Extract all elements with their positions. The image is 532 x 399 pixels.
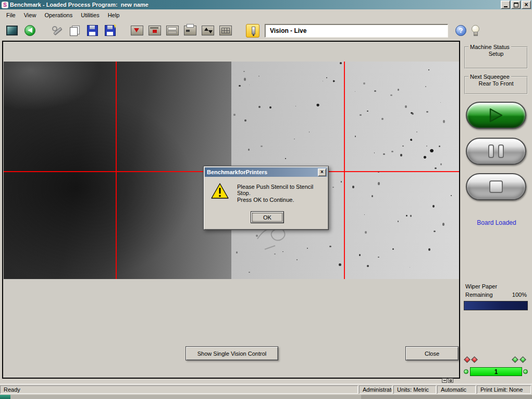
next-squeegee-legend: Next Squeegee [468,74,511,80]
wiper-progressbar [464,301,528,310]
stop-button[interactable] [466,173,526,200]
stencil-icon[interactable] [166,24,179,38]
wiper-remaining-row: Remaining 100% [465,292,527,298]
splitter-expand-icon[interactable] [448,378,453,383]
show-single-vision-button[interactable]: Show Single Vision Control [185,346,278,360]
vision-mode-display[interactable]: Vision - Live [265,24,448,38]
close-icon: × [524,2,528,8]
cycle-dot-left [464,369,468,374]
dialog-close-button[interactable]: × [318,168,326,176]
wiper-percent: 100% [512,292,527,298]
camera-view-left[interactable] [4,62,231,279]
crosshair-vertical-right [344,62,345,279]
dialog-message-line1: Please Push Stencil to Stencil Stop. [237,184,327,196]
restore-icon [514,3,518,7]
dialog-body: Please Push Stencil to Stencil Stop. Pre… [205,177,327,220]
dialog-message-line2: Press OK to Continue. [237,197,294,203]
maximize-button[interactable] [511,1,521,9]
taskbar-chip [0,395,10,399]
wiper-remaining-label: Remaining [465,292,493,298]
menu-item-help[interactable]: Help [104,11,124,19]
status-led-red-2 [471,356,478,363]
pane-splitter[interactable] [442,378,453,383]
close-button[interactable]: × [522,1,531,9]
dialog-titlebar: BenchmarkforPrinters × [205,167,327,177]
save-icon[interactable] [85,24,99,38]
ok-button[interactable]: OK [251,211,284,223]
status-print-limit: Print Limit: None [477,385,531,394]
pause-button[interactable] [466,138,526,165]
dialog-close-icon: × [320,170,324,175]
menubar: File View Operations Utilities Help [0,9,532,20]
bulb-button[interactable] [472,25,479,33]
status-led-red-1 [464,356,471,363]
wrench-icon[interactable] [50,24,64,38]
vision-mode-label: Vision - Live [270,27,306,34]
menu-item-utilities[interactable]: Utilities [77,11,103,19]
play-button[interactable] [466,102,526,129]
crosshair-vertical-left [116,62,117,279]
minimize-icon [504,6,508,7]
app-icon: S [2,2,8,8]
splitter-collapse-icon[interactable] [442,378,447,383]
minimize-button[interactable] [501,1,510,9]
stop-icon [489,180,503,193]
crosshair-horizontal-left [4,171,231,172]
status-ready: Ready [0,385,358,394]
monitor-icon[interactable] [5,24,19,38]
status-led-green-1 [512,356,518,363]
menu-item-file[interactable]: File [2,11,20,19]
alignment-icon[interactable] [201,24,215,38]
bottom-edge [0,395,532,399]
status-mode: Automatic [437,385,476,394]
wiper-paper-label: Wiper Paper [465,283,497,289]
status-user: Administrator [359,385,392,394]
print-head-icon[interactable] [148,24,162,38]
play-icon [489,108,503,123]
warning-icon [211,183,229,199]
torch-icon[interactable] [246,24,259,38]
cycle-count-bar: 1 [470,367,522,376]
cycle-dot-right [523,369,528,374]
squeegee-icon[interactable] [130,24,144,38]
status-units: Units: Metric [393,385,436,394]
dialog-title: BenchmarkforPrinters [206,169,318,175]
board-loaded-status: Board Loaded [463,219,530,226]
documents-icon[interactable] [68,24,81,38]
save-as-icon[interactable] [103,24,117,38]
status-led-green-2 [519,356,526,363]
titlebar: S Benchmark - Loaded Process Program: ne… [0,0,532,9]
dialog: BenchmarkforPrinters × Please Push Stenc… [203,166,329,230]
machine-status-legend: Machine Status [468,44,511,50]
vision-close-button[interactable]: Close [405,346,459,360]
cycle-count-value: 1 [494,368,498,376]
next-squeegee-group: Next Squeegee Rear To Front [464,74,528,94]
help-icon: ? [459,27,463,34]
window-title: Benchmark - Loaded Process Program: new … [10,2,500,8]
machine-status-value: Setup [466,50,526,58]
toolbar: Vision - Live ? [0,20,532,41]
back-icon[interactable] [23,24,36,38]
help-button[interactable]: ? [455,25,466,36]
machine-status-group: Machine Status Setup [464,44,528,69]
calibration-grid-icon[interactable] [219,24,232,38]
menu-item-operations[interactable]: Operations [40,11,77,19]
pause-icon [488,144,494,158]
next-squeegee-value: Rear To Front [466,80,526,88]
statusbar: Ready Administrator Units: Metric Automa… [0,384,532,395]
menu-item-view[interactable]: View [20,11,41,19]
printer-icon[interactable] [183,24,197,38]
